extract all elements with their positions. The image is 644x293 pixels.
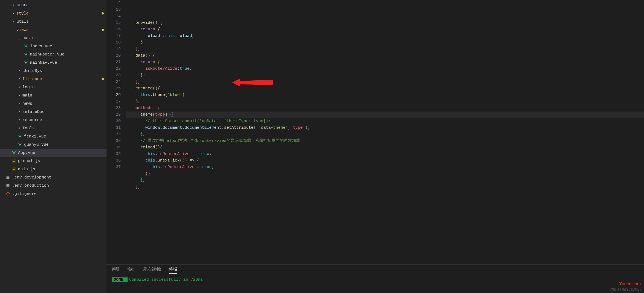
line-number: 18 [107, 39, 121, 46]
line-number: 16 [107, 26, 121, 33]
code-line[interactable]: this.isRouterAlive = true; [126, 164, 644, 171]
tree-item-label: .env.development [12, 175, 51, 180]
panel-tab-2[interactable]: 调试控制台 [143, 267, 162, 274]
code-line[interactable]: }) [126, 171, 644, 177]
tree-item-label: utils [16, 19, 29, 24]
tree-item-label: store [16, 3, 29, 8]
file-.env.production[interactable]: .env.production [0, 181, 107, 190]
code-line[interactable]: }, [126, 177, 644, 184]
code-line[interactable]: // this.$store.commit('upDate', {themeTy… [126, 118, 644, 125]
modified-indicator [102, 78, 104, 80]
bottom-panel: 问题输出调试控制台终端 DONE Compiled successfully i… [107, 264, 644, 293]
file-index.vue[interactable]: index.vue [0, 42, 107, 50]
code-content[interactable]: provide() { return { reload :this.reload… [126, 0, 644, 264]
cfg-icon [5, 175, 10, 180]
code-line[interactable]: }, [126, 79, 644, 85]
file-app.vue[interactable]: App.vue [0, 149, 107, 157]
file-mainfooter.vue[interactable]: mainFooter.vue [0, 50, 107, 58]
code-line[interactable]: theme(type) { [126, 112, 644, 118]
line-number: 29 [107, 112, 121, 118]
folder-views[interactable]: ⌄views [0, 26, 107, 34]
code-line[interactable]: return { [126, 59, 644, 66]
code-line[interactable]: }, [126, 46, 644, 52]
tree-item-label: basic [22, 36, 35, 40]
code-line[interactable]: }, [126, 98, 644, 105]
code-line[interactable]: return { [126, 26, 644, 33]
file-.env.development[interactable]: .env.development [0, 173, 107, 181]
line-number: 13 [107, 7, 121, 13]
watermark-author: CSDN @h395910638 [610, 288, 641, 291]
folder-firmnode[interactable]: ›firmnode [0, 75, 107, 83]
code-editor[interactable]: 1213141516171819202122232425262728293031… [107, 0, 644, 264]
tree-item-label: fenxi.vue [24, 134, 46, 139]
file-fenxi.vue[interactable]: fenxi.vue [0, 132, 107, 140]
code-line[interactable]: } [126, 39, 644, 46]
code-line[interactable]: this.$nextTick(() => { [126, 157, 644, 164]
tree-item-label: index.vue [30, 44, 52, 49]
code-line[interactable]: this.theme('blue') [126, 92, 644, 98]
file-main.js[interactable]: JSmain.js [0, 165, 107, 173]
folder-login[interactable]: ›login [0, 83, 107, 91]
tree-item-label: style [16, 11, 29, 16]
code-line[interactable]: }; [126, 72, 644, 79]
file-guanyu.vue[interactable]: guanyu.vue [0, 140, 107, 149]
line-number: 35 [107, 151, 121, 157]
line-number: 24 [107, 79, 121, 85]
code-line[interactable]: }, [126, 131, 644, 138]
file-explorer-sidebar[interactable]: ›store›style›utils⌄views⌄basicindex.vuem… [0, 0, 107, 293]
compile-message: Compiled successfully in 726ms [129, 277, 203, 282]
line-number: 20 [107, 52, 121, 59]
line-number: 27 [107, 98, 121, 105]
code-line[interactable]: provide() { [126, 20, 644, 26]
chevron-right-icon: › [17, 102, 21, 106]
folder-resource[interactable]: ›resource [0, 116, 107, 124]
panel-tab-3[interactable]: 终端 [169, 267, 177, 274]
folder-tools[interactable]: ›Tools [0, 124, 107, 132]
code-line[interactable]: }, [126, 184, 644, 190]
chevron-down-icon: ⌄ [11, 28, 15, 32]
code-line[interactable]: this.isRouterAlive = false; [126, 151, 644, 157]
panel-tabs: 问题输出调试控制台终端 [107, 265, 644, 274]
file-mainnav.vue[interactable]: mainNav.vue [0, 58, 107, 67]
vue-icon [11, 151, 16, 155]
code-line[interactable]: isRouterAlive:true, [126, 66, 644, 72]
panel-tab-1[interactable]: 输出 [127, 267, 135, 274]
line-number: 17 [107, 33, 121, 39]
folder-main[interactable]: ›main [0, 91, 107, 99]
line-number: 14 [107, 13, 121, 20]
folder-utils[interactable]: ›utils [0, 17, 107, 26]
line-number: 28 [107, 105, 121, 112]
folder-store[interactable]: ›store [0, 1, 107, 9]
tree-item-label: news [22, 101, 32, 106]
line-number: 34 [107, 144, 121, 151]
code-line[interactable]: // 通过声明reload方法，控制router-view的显示或隐藏，从而控制… [126, 138, 644, 144]
tree-item-label: login [22, 85, 35, 90]
tree-item-label: mainNav.vue [30, 60, 57, 65]
code-line[interactable]: methods: { [126, 105, 644, 112]
file-.gitignore[interactable]: .gitignore [0, 190, 107, 198]
folder-style[interactable]: ›style [0, 9, 107, 17]
chevron-right-icon: › [11, 20, 15, 24]
terminal-output[interactable]: DONE Compiled successfully in 726ms [107, 274, 644, 286]
folder-childsys[interactable]: ›childSys [0, 67, 107, 75]
tree-item-label: childSys [22, 69, 42, 73]
line-number: 21 [107, 59, 121, 66]
folder-basic[interactable]: ⌄basic [0, 34, 107, 42]
code-line[interactable]: reload(){ [126, 144, 644, 151]
folder-relatedoc[interactable]: ›relateDoc [0, 108, 107, 116]
tree-item-label: mainFooter.vue [30, 52, 64, 57]
line-number: 31 [107, 125, 121, 131]
chevron-right-icon: › [17, 69, 21, 73]
line-number: 12 [107, 0, 121, 7]
folder-news[interactable]: ›news [0, 99, 107, 108]
line-number: 25 [107, 85, 121, 92]
panel-tab-0[interactable]: 问题 [112, 267, 120, 274]
watermark-site: Yuucn.com [619, 282, 641, 286]
code-line[interactable]: created(){ [126, 85, 644, 92]
tree-item-label: .gitignore [12, 192, 37, 196]
modified-indicator [102, 29, 104, 31]
code-line[interactable]: reload :this.reload, [126, 33, 644, 39]
code-line[interactable]: window.document.documentElement.setAttri… [126, 125, 644, 131]
code-line[interactable]: data() { [126, 52, 644, 59]
file-global.js[interactable]: JSglobal.js [0, 157, 107, 165]
